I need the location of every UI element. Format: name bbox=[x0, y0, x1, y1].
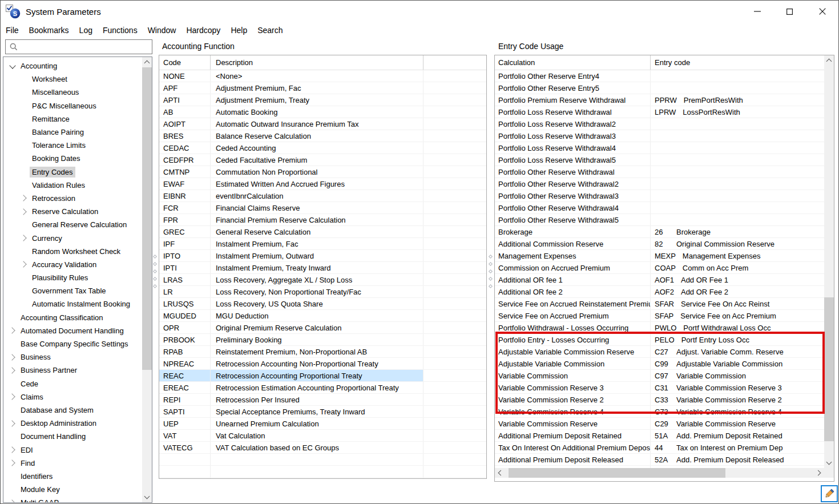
minimize-button[interactable] bbox=[741, 1, 773, 22]
tree-item[interactable]: Retrocession bbox=[3, 192, 142, 205]
tree-item[interactable]: EDI bbox=[3, 443, 142, 456]
tree-item[interactable]: Claims bbox=[3, 390, 142, 404]
table-row[interactable]: Portfolio Other Reserve Entry5 bbox=[495, 82, 824, 94]
table-row[interactable]: Variable Commission Reserve 4C73Variable… bbox=[495, 406, 824, 418]
tree-item[interactable]: Multi GAAP bbox=[3, 496, 142, 502]
scrollbar-thumb[interactable] bbox=[509, 468, 725, 478]
menu-item-functions[interactable]: Functions bbox=[98, 23, 143, 37]
tree-item[interactable]: General Reserve Calculation bbox=[3, 218, 142, 231]
tree-item[interactable]: Business bbox=[3, 350, 142, 364]
scroll-right-icon[interactable] bbox=[814, 468, 824, 478]
scrollbar-thumb[interactable] bbox=[824, 297, 834, 441]
table-row[interactable]: Portfolio Other Reserve Withdrawal2 bbox=[495, 178, 824, 190]
table-row[interactable]: Portfolio Other Reserve Withdrawal5 bbox=[495, 214, 824, 226]
scroll-up-icon[interactable] bbox=[824, 55, 834, 65]
tree-item[interactable]: Accuracy Validation bbox=[3, 258, 142, 271]
table-row[interactable]: Variable CommissionC97Variable Commissio… bbox=[495, 370, 824, 382]
table-row[interactable]: LRASLoss Recovery, Aggregate XL / Stop L… bbox=[159, 274, 486, 286]
table-row[interactable]: Portfolio Loss Reserve Withdrawal5 bbox=[495, 154, 824, 166]
table-row[interactable]: CMTNPCommutation Non Proportional bbox=[159, 166, 486, 178]
column-header-description[interactable]: Description bbox=[211, 55, 423, 70]
table-row[interactable]: GRECGeneral Reserve Calculation bbox=[159, 226, 486, 238]
table-row[interactable]: IPTIInstalment Premium, Treaty Inward bbox=[159, 262, 486, 274]
tree-item[interactable]: Booking Dates bbox=[3, 152, 142, 165]
menu-item-file[interactable]: File bbox=[1, 23, 24, 37]
table-row[interactable]: Management ExpensesMEXPManagement Expens… bbox=[495, 250, 824, 262]
table-row[interactable]: LRUSQSLoss Recovery, US Quota Share bbox=[159, 298, 486, 310]
table-row[interactable]: Commission on Accrued PremiumCOAPComm on… bbox=[495, 262, 824, 274]
table-row[interactable]: PRBOOKPreliminary Booking bbox=[159, 334, 486, 346]
table-row[interactable]: CEDACCeded Accounting bbox=[159, 142, 486, 154]
tree-item[interactable]: P&C Miscellaneous bbox=[3, 99, 142, 112]
table-row[interactable]: Portfolio Loss Reserve Withdrawal4 bbox=[495, 142, 824, 154]
table-row[interactable]: UEPUnearned Premium Calculation bbox=[159, 418, 486, 430]
table-row[interactable]: EREACRetrocession Estimation Accounting … bbox=[159, 382, 486, 394]
chevron-right-icon[interactable] bbox=[8, 325, 18, 336]
table-row[interactable]: Service Fee on Accrued PremiumSFAPServic… bbox=[495, 310, 824, 322]
table-row[interactable]: Variable Commission ReserveC29Variable C… bbox=[495, 418, 824, 430]
column-header-calculation[interactable]: Calculation bbox=[495, 55, 651, 70]
splitter-right[interactable] bbox=[488, 255, 493, 288]
right-horizontal-scrollbar[interactable] bbox=[495, 468, 824, 478]
table-row[interactable]: Adjustable Variable Commission ReserveC2… bbox=[495, 346, 824, 358]
table-row[interactable]: FPRFinancial Premium Reserve Calculation bbox=[159, 214, 486, 226]
tree-item[interactable]: Random Worksheet Check bbox=[3, 245, 142, 258]
chevron-right-icon[interactable] bbox=[19, 259, 30, 269]
table-row[interactable]: REACRetrocession Accounting Proportional… bbox=[159, 370, 486, 382]
right-vertical-scrollbar[interactable] bbox=[824, 55, 834, 468]
chevron-right-icon[interactable] bbox=[8, 418, 18, 429]
table-row[interactable]: VATECGVAT Calculation based on EC Groups bbox=[159, 442, 486, 454]
chevron-right-icon[interactable] bbox=[8, 445, 18, 455]
chevron-right-icon[interactable] bbox=[19, 233, 30, 243]
edit-pencil-button[interactable] bbox=[821, 485, 838, 502]
table-row[interactable]: Variable Commission Reserve 2C33Variable… bbox=[495, 394, 824, 406]
column-header-entry-code[interactable]: Entry code bbox=[651, 55, 824, 70]
table-row[interactable]: Portfolio Loss Reserve Withdrawal3 bbox=[495, 130, 824, 142]
table-row[interactable]: ABAutomatic Booking bbox=[159, 106, 486, 118]
table-row[interactable]: Portfolio Loss Reserve Withdrawal2 bbox=[495, 118, 824, 130]
tree-item[interactable]: Validation Rules bbox=[3, 179, 142, 192]
table-row[interactable]: Additional Premium Deposit Retained51AAd… bbox=[495, 430, 824, 442]
tree-item[interactable]: Document Handling bbox=[3, 430, 142, 443]
chevron-down-icon[interactable] bbox=[8, 61, 18, 71]
table-row[interactable]: VATVat Calculation bbox=[159, 430, 486, 442]
table-row[interactable]: Portfolio Loss Reserve WithdrawalLPRWLos… bbox=[495, 106, 824, 118]
table-row[interactable]: Service Fee on Accrued Reinstatement Pre… bbox=[495, 298, 824, 310]
table-row[interactable]: APFAdjustment Premium, Fac bbox=[159, 82, 486, 94]
table-row[interactable]: APTIAdjustment Premium, Treaty bbox=[159, 94, 486, 106]
table-row[interactable]: Portfolio Other Reserve Withdrawal bbox=[495, 166, 824, 178]
menu-item-help[interactable]: Help bbox=[225, 23, 252, 37]
table-row[interactable]: SAPTISpecial Acceptance Premiums, Treaty… bbox=[159, 406, 486, 418]
tree-item[interactable]: Database and System bbox=[3, 404, 142, 417]
splitter-left[interactable] bbox=[152, 255, 158, 288]
tree-item[interactable]: Currency bbox=[3, 231, 142, 244]
table-row[interactable]: Additional Premium Deposit Released52AAd… bbox=[495, 454, 824, 466]
tree-item[interactable]: Desktop Administration bbox=[3, 417, 142, 430]
tree-item[interactable]: Accounting Classification bbox=[3, 311, 142, 324]
tree-item[interactable]: Find bbox=[3, 457, 142, 470]
table-row[interactable]: Additional Commission Reserve82Original … bbox=[495, 238, 824, 250]
tree-item[interactable]: Reserve Calculation bbox=[3, 205, 142, 218]
table-row[interactable]: Adjustable Variable CommissionC99Adjusta… bbox=[495, 358, 824, 370]
tree-scrollbar[interactable] bbox=[142, 57, 152, 502]
scroll-up-icon[interactable] bbox=[142, 57, 152, 67]
table-row[interactable]: Additional OR fee 2AOF2Add OR Fee 2 bbox=[495, 286, 824, 298]
menu-item-search[interactable]: Search bbox=[252, 23, 288, 37]
table-row[interactable]: Portfolio Other Reserve Withdrawal4 bbox=[495, 202, 824, 214]
menu-item-log[interactable]: Log bbox=[74, 23, 98, 37]
tree-item[interactable]: Remittance bbox=[3, 112, 142, 126]
chevron-right-icon[interactable] bbox=[19, 193, 30, 203]
table-row[interactable]: Portfolio Other Reserve Withdrawal3 bbox=[495, 190, 824, 202]
menu-item-hardcopy[interactable]: Hardcopy bbox=[181, 23, 225, 37]
chevron-right-icon[interactable] bbox=[8, 498, 18, 502]
table-row[interactable]: RPABReinstatement Premium, Non-Proportio… bbox=[159, 346, 486, 358]
maximize-button[interactable] bbox=[773, 1, 806, 22]
tree-item[interactable]: Accounting bbox=[3, 59, 142, 72]
table-row[interactable]: EWAFEstimated Written And Accrued Figure… bbox=[159, 178, 486, 190]
menu-item-window[interactable]: Window bbox=[143, 23, 181, 37]
close-button[interactable] bbox=[806, 1, 838, 22]
tree-item[interactable]: Worksheet bbox=[3, 72, 142, 86]
table-row[interactable]: Portfolio Entry - Losses OccurringPELOPo… bbox=[495, 334, 824, 346]
search-box[interactable] bbox=[5, 39, 152, 54]
table-row[interactable]: Portfolio Withdrawal - Losses OccurringP… bbox=[495, 322, 824, 334]
